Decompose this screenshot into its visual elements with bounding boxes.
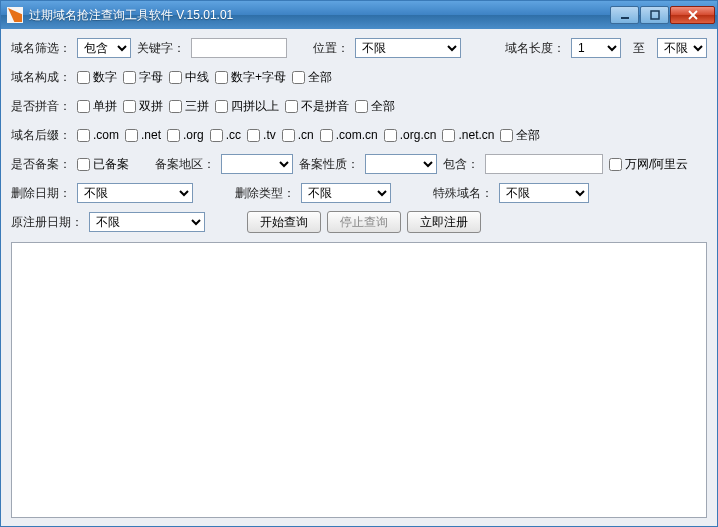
delete-type-label: 删除类型： bbox=[235, 185, 295, 202]
contain-label: 包含： bbox=[443, 156, 479, 173]
cb-hyphen[interactable]: 中线 bbox=[169, 69, 209, 86]
cb-wanwang[interactable]: 万网/阿里云 bbox=[609, 156, 688, 173]
cb-pin2[interactable]: 双拼 bbox=[123, 98, 163, 115]
cb-tv[interactable]: .tv bbox=[247, 128, 276, 142]
cb-netcn[interactable]: .net.cn bbox=[442, 128, 494, 142]
filter-label: 域名筛选： bbox=[11, 40, 71, 57]
cb-pin4plus[interactable]: 四拼以上 bbox=[215, 98, 279, 115]
special-label: 特殊域名： bbox=[433, 185, 493, 202]
app-icon bbox=[7, 7, 23, 23]
close-button[interactable] bbox=[670, 6, 715, 24]
contain-select[interactable]: 包含 bbox=[77, 38, 131, 58]
nature-label: 备案性质： bbox=[299, 156, 359, 173]
cb-beian[interactable]: 已备案 bbox=[77, 156, 129, 173]
cb-comcn[interactable]: .com.cn bbox=[320, 128, 378, 142]
svg-rect-1 bbox=[651, 11, 659, 19]
cb-orgcn[interactable]: .org.cn bbox=[384, 128, 437, 142]
cb-digits[interactable]: 数字 bbox=[77, 69, 117, 86]
position-label: 位置： bbox=[313, 40, 349, 57]
special-select[interactable]: 不限 bbox=[499, 183, 589, 203]
orig-reg-label: 原注册日期： bbox=[11, 214, 83, 231]
delete-date-select[interactable]: 不限 bbox=[77, 183, 193, 203]
region-label: 备案地区： bbox=[155, 156, 215, 173]
keyword-input[interactable] bbox=[191, 38, 287, 58]
keyword-label: 关键字： bbox=[137, 40, 185, 57]
cb-com[interactable]: .com bbox=[77, 128, 119, 142]
pinyin-label: 是否拼音： bbox=[11, 98, 71, 115]
cb-pin-all[interactable]: 全部 bbox=[355, 98, 395, 115]
region-select[interactable] bbox=[221, 154, 293, 174]
window-title: 过期域名抢注查询工具软件 V.15.01.01 bbox=[29, 7, 610, 24]
cb-digits-letters[interactable]: 数字+字母 bbox=[215, 69, 286, 86]
register-button[interactable]: 立即注册 bbox=[407, 211, 481, 233]
cb-org[interactable]: .org bbox=[167, 128, 204, 142]
results-area bbox=[11, 242, 707, 518]
length-to-select[interactable]: 不限 bbox=[657, 38, 707, 58]
length-from-select[interactable]: 1 bbox=[571, 38, 621, 58]
stop-button[interactable]: 停止查询 bbox=[327, 211, 401, 233]
maximize-button[interactable] bbox=[640, 6, 669, 24]
cb-suffix-all[interactable]: 全部 bbox=[500, 127, 540, 144]
length-label: 域名长度： bbox=[505, 40, 565, 57]
cb-notpinyin[interactable]: 不是拼音 bbox=[285, 98, 349, 115]
nature-select[interactable] bbox=[365, 154, 437, 174]
svg-rect-0 bbox=[621, 17, 629, 19]
position-select[interactable]: 不限 bbox=[355, 38, 461, 58]
start-button[interactable]: 开始查询 bbox=[247, 211, 321, 233]
orig-reg-select[interactable]: 不限 bbox=[89, 212, 205, 232]
cb-comp-all[interactable]: 全部 bbox=[292, 69, 332, 86]
cb-letters[interactable]: 字母 bbox=[123, 69, 163, 86]
cb-net[interactable]: .net bbox=[125, 128, 161, 142]
beian-contain-input[interactable] bbox=[485, 154, 603, 174]
beian-label: 是否备案： bbox=[11, 156, 71, 173]
minimize-button[interactable] bbox=[610, 6, 639, 24]
titlebar: 过期域名抢注查询工具软件 V.15.01.01 bbox=[1, 1, 717, 29]
suffix-label: 域名后缀： bbox=[11, 127, 71, 144]
composition-label: 域名构成： bbox=[11, 69, 71, 86]
cb-cc[interactable]: .cc bbox=[210, 128, 241, 142]
cb-pin1[interactable]: 单拼 bbox=[77, 98, 117, 115]
delete-type-select[interactable]: 不限 bbox=[301, 183, 391, 203]
to-label: 至 bbox=[627, 40, 651, 57]
delete-date-label: 删除日期： bbox=[11, 185, 71, 202]
cb-pin3[interactable]: 三拼 bbox=[169, 98, 209, 115]
cb-cn[interactable]: .cn bbox=[282, 128, 314, 142]
